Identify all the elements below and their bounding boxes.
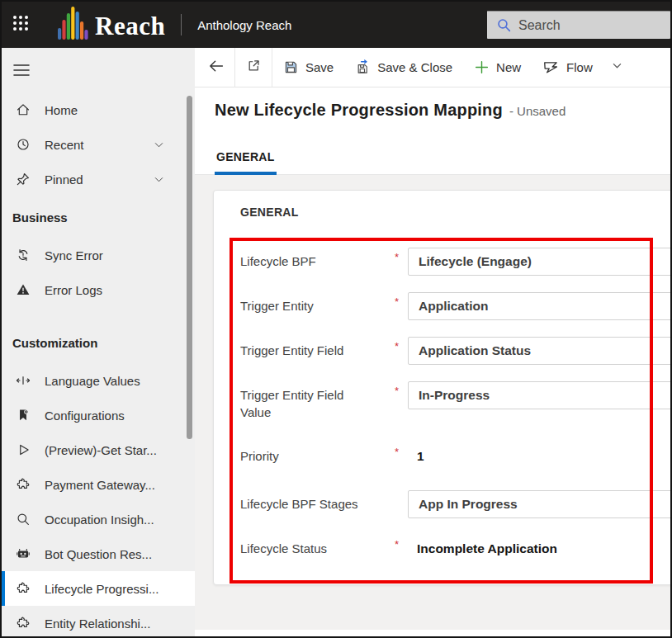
save-and-close-icon xyxy=(355,59,371,75)
form-field-row: Trigger Entity Field*Application Status xyxy=(240,337,670,365)
waffle-icon xyxy=(11,13,31,36)
title-row: New Lifecycle Progression Mapping - Unsa… xyxy=(195,87,670,126)
sidebar-item-label: Recent xyxy=(45,138,84,152)
sidebar-item-label: Payment Gateway... xyxy=(45,478,155,492)
field-value[interactable]: Incomplete Application xyxy=(408,535,670,563)
tab-general[interactable]: GENERAL xyxy=(215,150,277,175)
field-label: Lifecycle Status xyxy=(240,535,395,557)
field-input[interactable]: App In Progress xyxy=(408,490,670,518)
pin-icon xyxy=(15,171,31,187)
sidebar-item-label: Bot Question Res... xyxy=(45,547,152,561)
required-asterisk: * xyxy=(395,337,408,352)
form-field-row: Lifecycle BPF StagesApp In Progress xyxy=(240,490,670,518)
play-icon xyxy=(15,442,31,458)
sidebar-item-payment-gateway[interactable]: Payment Gateway... xyxy=(2,467,195,502)
sidebar-item-pinned[interactable]: Pinned xyxy=(2,162,195,196)
required-asterisk: * xyxy=(395,442,408,458)
form-field-row: Priority*1 xyxy=(240,442,670,470)
required-asterisk xyxy=(395,490,408,494)
plus-icon xyxy=(474,59,490,75)
sidebar-item-occupation-insigh[interactable]: Occupation Insigh... xyxy=(2,502,195,536)
required-asterisk: * xyxy=(395,535,408,551)
required-asterisk: * xyxy=(395,248,408,263)
field-control: Incomplete Application xyxy=(408,535,670,563)
save-button[interactable]: Save xyxy=(272,48,344,87)
sidebar-item-entity-relationshi[interactable]: Entity Relationshi... xyxy=(2,606,195,636)
sidebar-item-lifecycle-progressi[interactable]: Lifecycle Progressi... xyxy=(2,571,195,606)
sync-error-icon xyxy=(15,247,31,263)
field-control: Lifecycle (Engage) xyxy=(408,248,670,276)
main-panel: Save Save & Close xyxy=(195,48,670,636)
form-field-row: Lifecycle Status*Incomplete Application xyxy=(240,535,670,563)
sidebar-item-bot-question-res[interactable]: Bot Question Res... xyxy=(2,536,195,571)
field-control: App In Progress xyxy=(408,490,670,518)
open-in-new-window-button[interactable] xyxy=(235,48,272,87)
field-input[interactable]: Lifecycle (Engage) xyxy=(408,248,670,276)
back-arrow-icon xyxy=(208,58,225,78)
field-value: Lifecycle (Engage) xyxy=(419,254,532,269)
sidebar-item-label: Occupation Insigh... xyxy=(45,513,154,527)
field-value: Application Status xyxy=(419,343,531,358)
required-asterisk: * xyxy=(395,292,408,308)
sidebar-scrollbar[interactable] xyxy=(187,96,192,439)
field-label: Trigger Entity xyxy=(240,292,395,314)
sidebar-section-header: Business xyxy=(2,203,195,231)
new-button[interactable]: New xyxy=(463,48,532,87)
sidebar-item-configurations[interactable]: Configurations xyxy=(2,398,195,432)
search-input[interactable]: Search xyxy=(487,11,670,39)
more-commands-button[interactable] xyxy=(603,48,632,87)
field-input[interactable]: Application Status xyxy=(408,337,670,365)
chevron-down-icon[interactable] xyxy=(153,173,165,186)
command-bar: Save Save & Close xyxy=(195,48,670,87)
field-control: Application Status xyxy=(408,337,670,365)
back-button[interactable] xyxy=(198,48,234,87)
bot-icon xyxy=(15,546,31,562)
sidebar-nav: HomeRecentPinnedBusinessSync ErrorError … xyxy=(2,92,195,636)
form-field-row: Lifecycle BPF*Lifecycle (Engage) xyxy=(240,248,670,276)
chevron-down-icon xyxy=(611,59,623,75)
form-field-row: Trigger Entity*Application xyxy=(240,292,670,320)
general-section-card: GENERAL Lifecycle BPF*Lifecycle (Engage)… xyxy=(213,190,670,585)
reach-logo-bars-icon xyxy=(58,7,89,43)
app-window: Reach Anthology Reach Search HomeRecentP… xyxy=(0,0,672,638)
sidebar-item-home[interactable]: Home xyxy=(2,92,195,127)
sidebar-item-label: Error Logs xyxy=(45,283,102,297)
field-value: Application xyxy=(419,299,488,314)
search-icon xyxy=(15,511,31,527)
puzzle-icon xyxy=(15,476,31,493)
field-value: App In Progress xyxy=(419,497,518,512)
field-input[interactable]: Application xyxy=(408,292,670,320)
sidebar-item-recent[interactable]: Recent xyxy=(2,127,195,162)
save-label: Save xyxy=(305,60,334,74)
flow-button[interactable]: Flow xyxy=(532,48,603,87)
sidebar: HomeRecentPinnedBusinessSync ErrorError … xyxy=(2,48,195,636)
sidebar-item-language-values[interactable]: Language Values xyxy=(2,363,195,398)
sidebar-item-preview-get-star[interactable]: (Preview)-Get Star... xyxy=(2,432,195,467)
app-launcher-button[interactable] xyxy=(2,2,40,48)
search-icon xyxy=(496,17,512,33)
sidebar-item-label: Entity Relationshi... xyxy=(45,617,150,631)
chevron-down-icon[interactable] xyxy=(153,139,165,151)
field-control: Application xyxy=(408,292,670,320)
sidebar-item-label: Configurations xyxy=(45,409,125,423)
tab-strip: GENERAL xyxy=(195,126,670,175)
field-label: Trigger Entity Field xyxy=(240,337,395,359)
puzzle-icon xyxy=(15,615,31,631)
sidebar-item-label: Pinned xyxy=(45,172,83,187)
field-input[interactable]: In-Progress xyxy=(408,381,670,409)
field-label: Trigger Entity Field Value xyxy=(240,381,395,421)
form-fields: Lifecycle BPF*Lifecycle (Engage)Trigger … xyxy=(240,219,670,563)
sidebar-item-error-logs[interactable]: Error Logs xyxy=(2,272,195,307)
sidebar-item-sync-error[interactable]: Sync Error xyxy=(2,238,195,272)
popout-icon xyxy=(246,58,262,77)
puzzle-icon xyxy=(15,580,31,597)
sidebar-toggle-button[interactable] xyxy=(2,48,195,83)
sidebar-section-header: Customization xyxy=(2,328,195,357)
save-and-close-button[interactable]: Save & Close xyxy=(344,48,463,87)
field-control: 1 xyxy=(408,442,670,470)
topbar-divider xyxy=(181,14,182,35)
field-control: In-Progress xyxy=(408,381,670,409)
warning-icon xyxy=(15,281,31,298)
field-value[interactable]: 1 xyxy=(408,442,670,470)
save-and-close-label: Save & Close xyxy=(377,60,452,74)
